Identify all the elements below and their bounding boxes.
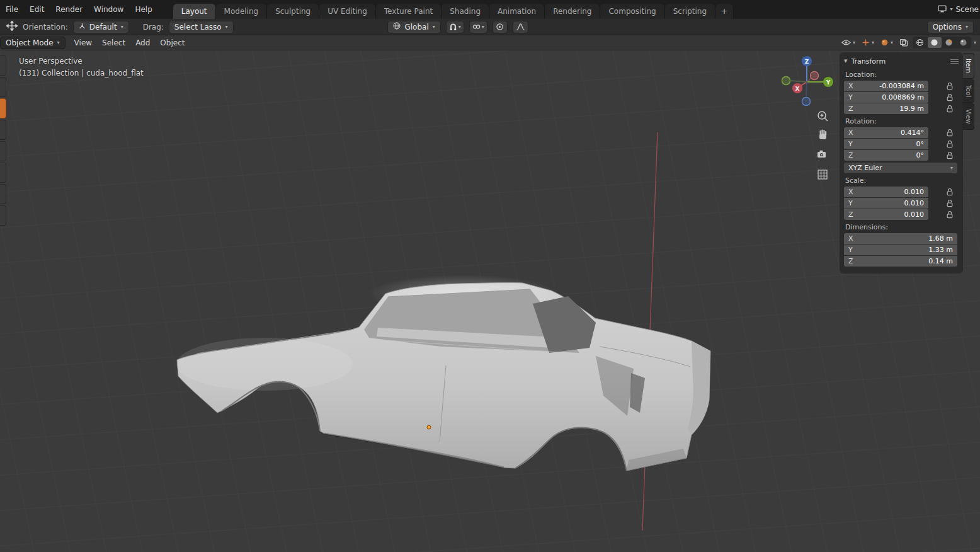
tab-animation[interactable]: Animation <box>489 4 545 19</box>
scale-z-lock-icon[interactable] <box>946 210 954 219</box>
proportional-editing-button[interactable] <box>493 21 508 33</box>
orientation-dropdown[interactable]: Default ▾ <box>73 21 129 33</box>
location-y-axis-label: Y <box>848 93 853 101</box>
tab-texture-paint[interactable]: Texture Paint <box>376 4 442 19</box>
rotation-x-field[interactable]: X 0.414° <box>844 127 928 138</box>
snap-caret-icon: ▾ <box>459 25 461 30</box>
rotation-mode-dropdown[interactable]: XYZ Euler ▾ <box>844 163 957 173</box>
tool-button-4[interactable] <box>0 120 6 140</box>
transform-panel: ▼ Transform Location: X -0.003084 m Y 0.… <box>840 53 962 273</box>
tab-shading[interactable]: Shading <box>442 4 489 19</box>
tool-button-8[interactable] <box>0 205 6 226</box>
sidebar-tab-tool[interactable]: Tool <box>963 79 974 103</box>
menu-object[interactable]: Object <box>155 38 190 47</box>
panel-grip-icon[interactable] <box>950 59 959 64</box>
gizmo-z-label: Z <box>805 59 809 65</box>
pan-hand-button[interactable] <box>819 130 826 140</box>
panel-collapse-icon[interactable]: ▼ <box>844 59 847 64</box>
drag-dropdown[interactable]: Select Lasso ▾ <box>169 21 234 33</box>
overlays-caret-icon: ▾ <box>891 40 893 45</box>
add-workspace-button[interactable]: + <box>715 4 734 19</box>
scale-z-value: 0.010 <box>904 210 925 219</box>
transform-pivot-dropdown[interactable]: Global ▾ <box>387 21 440 33</box>
menu-help[interactable]: Help <box>129 0 157 19</box>
gizmo-neg-x-ball[interactable] <box>811 72 819 80</box>
location-x-field[interactable]: X -0.003084 m <box>844 81 928 91</box>
scene-selector-caret-icon[interactable]: ▾ <box>950 7 952 12</box>
camera-view-button[interactable] <box>818 151 826 158</box>
scale-x-field[interactable]: X 0.010 <box>844 187 928 197</box>
object-origin-dot[interactable] <box>427 425 431 429</box>
rotation-x-lock-icon[interactable] <box>946 129 954 137</box>
rotation-z-field[interactable]: Z 0° <box>844 150 928 161</box>
tab-rendering[interactable]: Rendering <box>545 4 600 19</box>
snap-settings-button[interactable]: ▾ <box>469 21 487 33</box>
zoom-button[interactable] <box>818 112 828 121</box>
shading-wireframe-button[interactable] <box>913 37 927 48</box>
scene-selector[interactable]: Scene <box>955 5 979 14</box>
shading-rendered-button[interactable] <box>957 37 971 48</box>
location-y-field[interactable]: Y 0.008869 m <box>844 92 928 103</box>
dimensions-x-field[interactable]: X 1.68 m <box>844 233 957 244</box>
gizmo-neg-y-ball[interactable] <box>782 77 790 85</box>
sidebar-tab-view[interactable]: View <box>963 103 974 130</box>
rotation-z-lock-icon[interactable] <box>946 151 954 159</box>
shading-material-button[interactable] <box>942 37 956 48</box>
menu-window[interactable]: Window <box>88 0 129 19</box>
gizmo-neg-z-ball[interactable] <box>802 98 811 106</box>
tool-button-6[interactable] <box>0 163 6 183</box>
shading-solid-button[interactable] <box>928 37 942 48</box>
tool-button-2[interactable] <box>0 77 6 97</box>
viewport-overlay-text: User Perspective (131) Collection | cuda… <box>19 55 144 79</box>
proportional-falloff-button[interactable] <box>513 21 528 33</box>
location-z-lock-icon[interactable] <box>946 105 954 113</box>
rotation-y-field[interactable]: Y 0° <box>844 139 928 149</box>
rotation-mode-caret-icon: ▾ <box>950 166 953 171</box>
menu-edit[interactable]: Edit <box>24 0 50 19</box>
scale-z-field[interactable]: Z 0.010 <box>844 209 928 220</box>
tab-modeling[interactable]: Modeling <box>216 4 268 19</box>
tab-sculpting[interactable]: Sculpting <box>267 4 319 19</box>
show-gizmo-dropdown[interactable]: ▾ <box>860 37 876 49</box>
xray-toggle-button[interactable] <box>897 37 910 49</box>
scale-y-axis-label: Y <box>848 199 853 207</box>
mode-dropdown[interactable]: Object Mode ▾ <box>0 37 66 49</box>
show-overlays-dropdown[interactable]: ▾ <box>879 37 895 49</box>
rotation-z-axis-label: Z <box>848 151 853 159</box>
menu-view[interactable]: View <box>69 38 97 47</box>
sidebar-tab-item[interactable]: Item <box>963 53 974 79</box>
menu-file[interactable]: File <box>0 0 24 19</box>
location-z-axis-label: Z <box>848 105 853 113</box>
tab-scripting[interactable]: Scripting <box>665 4 715 19</box>
tab-uv-editing[interactable]: UV Editing <box>319 4 376 19</box>
scale-y-lock-icon[interactable] <box>946 199 954 207</box>
options-dropdown[interactable]: Options ▾ <box>927 21 974 33</box>
tool-button-1[interactable] <box>0 55 6 76</box>
menu-add[interactable]: Add <box>130 38 155 47</box>
location-x-lock-icon[interactable] <box>946 82 954 90</box>
shading-caret-icon[interactable]: ▾ <box>974 40 976 45</box>
scale-y-field[interactable]: Y 0.010 <box>844 198 928 209</box>
dimensions-x-axis-label: X <box>848 234 853 243</box>
dimensions-y-axis-label: Y <box>848 246 853 254</box>
menu-render[interactable]: Render <box>50 0 88 19</box>
rotation-z-value: 0° <box>916 151 925 159</box>
tab-compositing[interactable]: Compositing <box>600 4 664 19</box>
mode-caret-icon: ▾ <box>57 40 60 45</box>
rotation-y-lock-icon[interactable] <box>946 140 954 148</box>
scale-heading: Scale: <box>845 176 959 185</box>
snap-toggle-button[interactable]: ▾ <box>446 21 464 33</box>
orthographic-toggle-button[interactable] <box>818 170 827 179</box>
location-z-field[interactable]: Z 19.9 m <box>844 103 928 114</box>
navigation-gizmo[interactable]: Z Y X <box>782 56 834 106</box>
object-type-visibility-dropdown[interactable]: ▾ <box>840 37 857 49</box>
dimensions-z-field[interactable]: Z 0.14 m <box>844 256 957 267</box>
tab-layout[interactable]: Layout <box>173 4 216 19</box>
scale-x-lock-icon[interactable] <box>946 188 954 196</box>
tool-button-active[interactable] <box>0 98 6 118</box>
menu-select[interactable]: Select <box>97 38 130 47</box>
tool-button-5[interactable] <box>0 141 6 161</box>
location-y-lock-icon[interactable] <box>946 93 954 101</box>
tool-button-7[interactable] <box>0 184 6 204</box>
dimensions-y-field[interactable]: Y 1.33 m <box>844 244 957 255</box>
